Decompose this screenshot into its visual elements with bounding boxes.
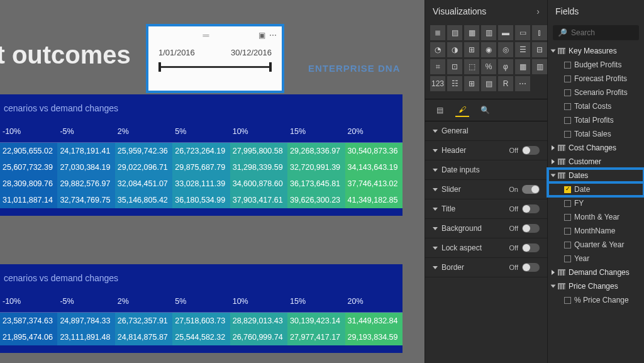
toggle-switch[interactable]	[522, 243, 540, 252]
table-cell[interactable]: 31,449,832.84	[345, 313, 402, 330]
viz-type-icon[interactable]: φ	[498, 59, 513, 74]
field-checkbox[interactable]	[564, 214, 571, 221]
field-checkbox[interactable]	[564, 75, 571, 82]
table-cell[interactable]: 29,882,576.97	[57, 176, 114, 192]
column-header[interactable]: 20%	[345, 123, 402, 143]
column-header[interactable]: 2%	[115, 293, 172, 313]
field-checkbox[interactable]	[564, 131, 571, 138]
table-cell[interactable]: 33,028,111.39	[172, 176, 230, 192]
viz-type-icon[interactable]: ⫿	[532, 25, 547, 40]
toggle-switch[interactable]	[522, 185, 540, 194]
toggle-switch[interactable]	[522, 204, 540, 213]
expand-icon[interactable]	[551, 174, 556, 177]
format-prop-background[interactable]: BackgroundOff	[425, 219, 547, 238]
viz-type-icon[interactable]: ≣	[430, 25, 445, 40]
table-cell[interactable]: 31,011,887.14	[0, 192, 57, 208]
viz-type-icon[interactable]: R	[498, 76, 513, 91]
field-checkbox[interactable]	[564, 103, 571, 110]
format-tab-icon[interactable]: 🖌	[455, 103, 469, 117]
column-header[interactable]: -10%	[0, 123, 57, 143]
field-checkbox[interactable]	[564, 255, 571, 262]
field-checkbox[interactable]	[564, 117, 571, 124]
field-node-year[interactable]: Year	[548, 252, 644, 265]
table-cell[interactable]: 37,903,417.61	[230, 192, 287, 208]
expand-icon[interactable]	[552, 145, 555, 150]
format-prop-header[interactable]: HeaderOff	[425, 141, 547, 160]
table-node-key-measures[interactable]: Key Measures	[548, 44, 644, 58]
viz-type-icon[interactable]: ☷	[447, 76, 462, 91]
fields-tab-icon[interactable]: ▤	[433, 103, 447, 117]
table-cell[interactable]: 29,022,096.71	[115, 159, 172, 176]
format-prop-slider[interactable]: SliderOn	[425, 180, 547, 199]
viz-type-icon[interactable]: ▥	[481, 25, 496, 40]
format-prop-date-inputs[interactable]: Date inputs	[425, 160, 547, 180]
table-cell[interactable]: 29,268,336.97	[287, 143, 345, 160]
field-node-forecast-profits[interactable]: Forecast Profits	[548, 72, 644, 86]
field-checkbox[interactable]	[564, 297, 571, 304]
table-node-cost-changes[interactable]: Cost Changes	[548, 141, 644, 155]
column-header[interactable]: 15%	[287, 293, 345, 313]
table-cell[interactable]: 25,959,742.36	[115, 143, 172, 160]
more-options-icon[interactable]: ⋯	[269, 31, 277, 40]
field-node-quarter-&-year[interactable]: Quarter & Year	[548, 238, 644, 252]
field-node-date[interactable]: Date	[548, 182, 644, 196]
column-header[interactable]: 20%	[345, 293, 402, 313]
table-cell[interactable]: 28,309,809.76	[0, 176, 57, 192]
format-prop-lock-aspect[interactable]: Lock aspectOff	[425, 238, 547, 258]
viz-type-icon[interactable]: ⊡	[447, 59, 462, 74]
viz-type-icon[interactable]: ⌗	[430, 59, 445, 74]
field-checkbox[interactable]	[564, 242, 571, 249]
field-checkbox[interactable]	[564, 62, 571, 69]
collapse-pane-icon[interactable]: ›	[536, 6, 540, 16]
table-cell[interactable]: 24,897,784.33	[57, 313, 114, 330]
table-cell[interactable]: 37,746,413.02	[345, 176, 402, 192]
field-node-budget-profits[interactable]: Budget Profits	[548, 58, 644, 72]
table-node-dates[interactable]: Dates	[548, 169, 644, 182]
format-prop-general[interactable]: General	[425, 121, 547, 141]
expand-icon[interactable]	[552, 270, 555, 275]
viz-type-icon[interactable]: ⋯	[515, 76, 530, 91]
field-node-%-price-change[interactable]: % Price Change	[548, 293, 644, 307]
field-checkbox[interactable]	[564, 186, 571, 193]
column-header[interactable]: 10%	[230, 123, 287, 143]
table-cell[interactable]: 34,600,878.60	[230, 176, 287, 192]
table-cell[interactable]: 23,111,891.48	[57, 329, 114, 345]
date-from-value[interactable]: 1/01/2016	[158, 48, 195, 57]
fields-search[interactable]: 🔎	[553, 25, 639, 40]
viz-type-icon[interactable]: ▭	[515, 25, 530, 40]
field-node-month-&-year[interactable]: Month & Year	[548, 210, 644, 224]
viz-type-icon[interactable]: ◑	[447, 42, 462, 57]
field-checkbox[interactable]	[564, 228, 571, 235]
viz-type-icon[interactable]: ☰	[515, 42, 530, 57]
drag-handle-icon[interactable]: ═	[153, 30, 258, 40]
table-cell[interactable]: 27,977,417.17	[287, 329, 345, 345]
table-cell[interactable]: 32,734,769.75	[57, 192, 114, 208]
format-prop-border[interactable]: BorderOff	[425, 258, 547, 277]
field-checkbox[interactable]	[564, 89, 571, 96]
field-node-fy[interactable]: FY	[548, 196, 644, 210]
toggle-switch[interactable]	[522, 146, 540, 155]
date-to-value[interactable]: 30/12/2016	[231, 48, 272, 57]
table-cell[interactable]: 24,178,191.41	[57, 143, 114, 160]
viz-type-icon[interactable]: ◉	[481, 42, 496, 57]
viz-type-icon[interactable]: %	[481, 59, 496, 74]
viz-type-icon[interactable]: ▦	[464, 25, 479, 40]
format-prop-title[interactable]: TitleOff	[425, 199, 547, 219]
viz-type-icon[interactable]: ▤	[481, 76, 496, 91]
date-slicer-visual[interactable]: ═ ▣ ⋯ 1/01/2016 30/12/2016	[146, 24, 284, 93]
table-node-price-changes[interactable]: Price Changes	[548, 279, 644, 293]
table-cell[interactable]: 30,139,423.14	[287, 313, 345, 330]
expand-icon[interactable]	[551, 285, 556, 288]
column-header[interactable]: 5%	[172, 293, 230, 313]
field-node-monthname[interactable]: MonthName	[548, 224, 644, 238]
field-node-total-profits[interactable]: Total Profits	[548, 113, 644, 127]
table-cell[interactable]: 27,030,384.19	[57, 159, 114, 176]
viz-type-icon[interactable]: ▥	[532, 59, 547, 74]
table-cell[interactable]: 23,587,374.63	[0, 313, 57, 330]
table-node-customer[interactable]: Customer	[548, 155, 644, 169]
table-cell[interactable]: 21,895,474.06	[0, 329, 57, 345]
analytics-tab-icon[interactable]: 🔍	[478, 103, 492, 117]
toggle-switch[interactable]	[522, 224, 540, 233]
viz-type-icon[interactable]: ▤	[447, 25, 462, 40]
table-cell[interactable]: 28,829,013.43	[230, 313, 287, 330]
